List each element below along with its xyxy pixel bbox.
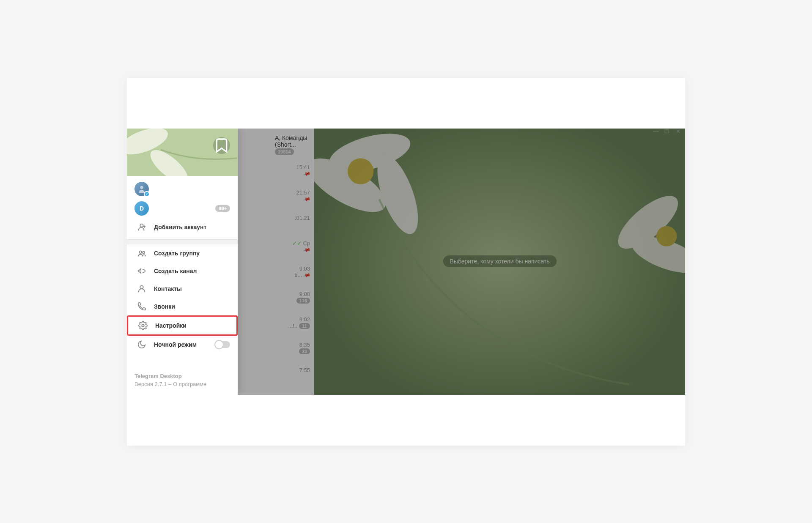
app-name: Telegram Desktop	[134, 373, 230, 379]
account-badge: 99+	[215, 205, 230, 212]
menu-label: Добавить аккаунт	[154, 224, 206, 230]
gear-icon	[136, 321, 150, 330]
main-menu-drawer: D 99+ Добавить аккаунт Создать группу Со…	[127, 129, 238, 395]
svg-point-18	[142, 324, 144, 327]
menu-label: Настройки	[155, 322, 187, 329]
account-item[interactable]	[127, 179, 238, 199]
menu-separator	[127, 239, 238, 244]
minimize-button[interactable]: —	[652, 128, 660, 135]
bookmark-icon	[213, 137, 230, 154]
svg-point-16	[143, 251, 145, 253]
toggle-switch[interactable]	[215, 341, 230, 348]
add-account-icon	[134, 222, 149, 232]
menu-label: Звонки	[154, 303, 175, 310]
new-channel-button[interactable]: Создать канал	[127, 262, 238, 280]
maximize-button[interactable]: ❐	[663, 128, 671, 135]
close-button[interactable]: ✕	[674, 128, 682, 135]
account-item[interactable]: D 99+	[127, 199, 238, 218]
menu-label: Контакты	[154, 285, 182, 292]
moon-icon	[134, 340, 149, 349]
svg-point-11	[140, 186, 143, 189]
app-window: А, Команды (Short... 19814 15:41📌 21:57📌…	[127, 129, 685, 395]
settings-button[interactable]: Настройки	[127, 315, 238, 336]
drawer-header	[127, 129, 238, 176]
phone-icon	[134, 302, 149, 311]
avatar: D	[134, 201, 149, 216]
toggle-knob	[214, 340, 224, 349]
new-group-button[interactable]: Создать группу	[127, 244, 238, 262]
night-mode-toggle[interactable]: Ночной режим	[127, 336, 238, 353]
calls-button[interactable]: Звонки	[127, 298, 238, 315]
svg-point-12	[140, 224, 143, 227]
svg-point-15	[139, 251, 142, 253]
avatar	[134, 182, 149, 196]
person-icon	[134, 284, 149, 293]
add-account-button[interactable]: Добавить аккаунт	[127, 218, 238, 236]
accounts-section: D 99+ Добавить аккаунт	[127, 176, 238, 239]
drawer-footer: Telegram Desktop Версия 2.7.1 – О програ…	[127, 367, 238, 395]
megaphone-icon	[134, 266, 149, 276]
window-controls: — ❐ ✕	[652, 128, 682, 135]
verified-icon	[144, 191, 150, 197]
group-icon	[134, 249, 149, 258]
svg-point-17	[140, 285, 143, 288]
menu-label: Создать группу	[154, 250, 200, 257]
menu-label: Создать канал	[154, 268, 197, 274]
app-version[interactable]: Версия 2.7.1 – О программе	[134, 381, 230, 387]
saved-messages-button[interactable]	[213, 137, 230, 154]
menu-label: Ночной режим	[154, 341, 197, 348]
contacts-button[interactable]: Контакты	[127, 280, 238, 298]
